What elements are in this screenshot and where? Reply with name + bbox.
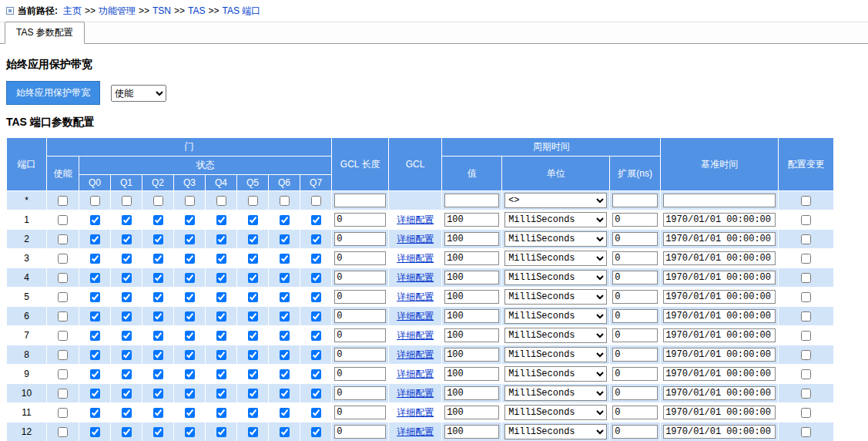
q6-checkbox[interactable] [280,292,290,302]
unit-select[interactable]: MilliSeconds [504,270,607,285]
gcl-length-input[interactable] [334,213,386,227]
gcl-detail-link[interactable]: 详细配置 [397,234,434,244]
base-time-input[interactable] [663,406,776,419]
unit-select[interactable]: MilliSeconds [504,385,607,401]
q0-checkbox[interactable] [90,331,100,341]
q6-checkbox[interactable] [280,234,290,244]
enable-checkbox[interactable] [58,234,68,244]
cycle-value-input[interactable] [444,328,499,342]
q2-checkbox[interactable] [153,254,163,264]
q7-checkbox[interactable] [311,292,321,302]
cycle-value-input[interactable] [444,251,499,265]
config-change-checkbox[interactable] [801,427,811,437]
q4-checkbox[interactable] [216,427,226,437]
cycle-value-input[interactable] [444,425,499,439]
q6-checkbox[interactable] [280,196,290,206]
config-change-checkbox[interactable] [801,331,811,341]
q2-checkbox[interactable] [153,273,163,283]
q7-checkbox[interactable] [311,369,321,379]
extension-input[interactable] [612,194,658,207]
q7-checkbox[interactable] [311,196,321,206]
q5-checkbox[interactable] [248,196,258,206]
q1-checkbox[interactable] [122,234,132,244]
q1-checkbox[interactable] [122,254,132,264]
cycle-value-input[interactable] [444,232,499,246]
gcl-detail-link[interactable]: 详细配置 [397,330,434,341]
q1-checkbox[interactable] [122,311,132,321]
gcl-length-input[interactable] [334,348,386,362]
q4-checkbox[interactable] [216,215,226,225]
unit-select[interactable]: MilliSeconds [504,308,607,324]
q2-checkbox[interactable] [153,292,163,302]
base-time-input[interactable] [663,348,776,362]
q3-checkbox[interactable] [185,254,195,264]
gcl-length-input[interactable] [334,232,386,246]
gcl-detail-link[interactable]: 详细配置 [397,388,434,399]
unit-select[interactable]: MilliSeconds [504,328,607,343]
q1-checkbox[interactable] [122,369,132,379]
config-change-checkbox[interactable] [801,273,811,283]
q6-checkbox[interactable] [280,215,290,225]
q4-checkbox[interactable] [216,408,226,418]
q2-checkbox[interactable] [153,196,163,206]
apply-protect-bandwidth-button[interactable]: 始终应用保护带宽 [6,81,100,105]
enable-checkbox[interactable] [58,311,68,321]
q5-checkbox[interactable] [248,369,258,379]
gcl-detail-link[interactable]: 详细配置 [397,369,434,379]
q5-checkbox[interactable] [248,254,258,264]
breadcrumb-link-tas-port[interactable]: TAS 端口 [223,5,261,18]
unit-select[interactable]: MilliSeconds [504,289,607,305]
gcl-length-input[interactable] [334,406,386,419]
gcl-detail-link[interactable]: 详细配置 [397,272,434,283]
enable-checkbox[interactable] [58,331,68,341]
extension-input[interactable] [612,290,658,304]
gcl-detail-link[interactable]: 详细配置 [397,214,434,225]
q7-checkbox[interactable] [311,234,321,244]
gcl-detail-link[interactable]: 详细配置 [397,291,434,302]
extension-input[interactable] [612,309,658,323]
q5-checkbox[interactable] [248,311,258,321]
config-change-checkbox[interactable] [801,292,811,302]
q5-checkbox[interactable] [248,215,258,225]
enable-checkbox[interactable] [58,350,68,360]
cycle-value-input[interactable] [444,309,499,323]
enable-checkbox[interactable] [58,254,68,264]
q4-checkbox[interactable] [216,234,226,244]
q0-checkbox[interactable] [90,234,100,244]
gcl-detail-link[interactable]: 详细配置 [397,253,434,264]
q2-checkbox[interactable] [153,408,163,418]
config-change-checkbox[interactable] [801,215,811,225]
q4-checkbox[interactable] [216,350,226,360]
q0-checkbox[interactable] [90,350,100,360]
unit-select[interactable]: MilliSeconds [504,231,607,247]
q1-checkbox[interactable] [122,215,132,225]
q7-checkbox[interactable] [311,311,321,321]
enable-checkbox[interactable] [58,196,68,206]
q0-checkbox[interactable] [90,311,100,321]
q1-checkbox[interactable] [122,389,132,399]
gcl-length-input[interactable] [334,367,386,381]
enable-checkbox[interactable] [58,215,68,225]
q3-checkbox[interactable] [185,331,195,341]
q0-checkbox[interactable] [90,215,100,225]
q6-checkbox[interactable] [280,369,290,379]
q1-checkbox[interactable] [122,427,132,437]
q1-checkbox[interactable] [122,196,132,206]
cycle-value-input[interactable] [444,213,499,227]
q2-checkbox[interactable] [153,331,163,341]
q3-checkbox[interactable] [185,389,195,399]
q6-checkbox[interactable] [280,311,290,321]
cycle-value-input[interactable] [444,348,499,362]
q5-checkbox[interactable] [248,292,258,302]
enable-checkbox[interactable] [58,273,68,283]
q6-checkbox[interactable] [280,350,290,360]
q5-checkbox[interactable] [248,427,258,437]
q5-checkbox[interactable] [248,408,258,418]
q6-checkbox[interactable] [280,427,290,437]
q4-checkbox[interactable] [216,292,226,302]
q6-checkbox[interactable] [280,273,290,283]
gcl-length-input[interactable] [334,328,386,342]
q4-checkbox[interactable] [216,311,226,321]
q6-checkbox[interactable] [280,254,290,264]
unit-select[interactable]: <> [504,193,607,208]
